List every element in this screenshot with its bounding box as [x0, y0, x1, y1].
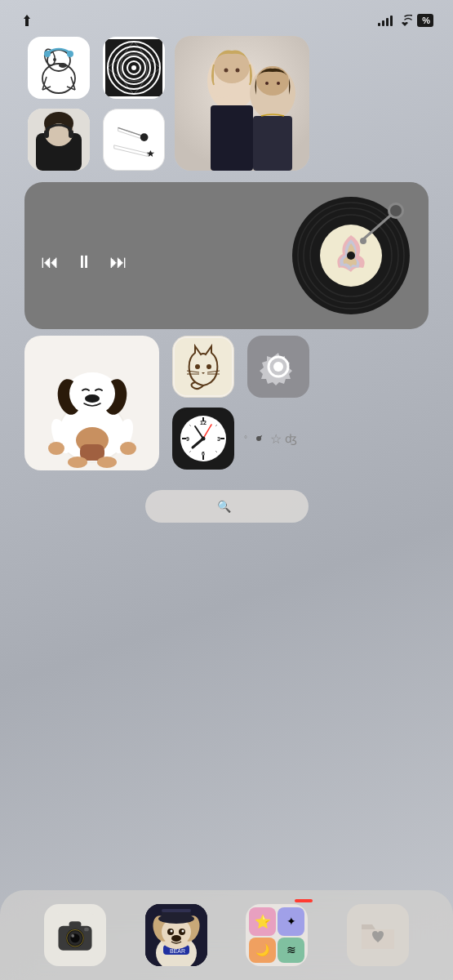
status-icons: % — [378, 14, 433, 27]
svg-point-52 — [69, 372, 115, 415]
svg-point-60 — [97, 457, 117, 468]
notification-badge — [295, 899, 313, 902]
svg-point-116 — [171, 935, 181, 942]
messages-icon — [172, 336, 234, 398]
discord-avatar — [28, 109, 90, 171]
snoopy-plush-svg — [27, 338, 158, 469]
svg-point-71 — [273, 362, 283, 372]
dog-avatar-svg: BEAR — [145, 904, 207, 966]
vinyl-controls: ⏮ ⏸ ⏭ — [41, 252, 290, 273]
svg-point-56 — [48, 442, 64, 455]
svg-rect-34 — [253, 116, 292, 171]
widgetsmith-plush-widget[interactable] — [24, 336, 159, 470]
camera-svg — [52, 912, 98, 958]
svg-point-40 — [347, 252, 355, 260]
decorative-icons: ° ☆ ʤ — [244, 408, 297, 470]
svg-point-115 — [181, 930, 184, 933]
svg-point-13 — [131, 65, 136, 70]
vinyl-info: ⏮ ⏸ ⏭ — [41, 238, 290, 273]
svg-point-96 — [71, 934, 74, 938]
svg-point-21 — [140, 133, 149, 141]
camera-icon — [44, 904, 106, 966]
status-bar: % — [0, 0, 453, 36]
sun-moon-icon — [251, 430, 267, 447]
svg-text:9: 9 — [186, 436, 189, 442]
widgetsmith-photo-widget[interactable] — [175, 36, 309, 171]
svg-point-44 — [360, 238, 366, 244]
clock-app[interactable]: 12 3 6 9 — [169, 408, 238, 473]
tiktok-clips — [106, 112, 162, 167]
spotify-app[interactable] — [24, 37, 93, 102]
battery-icon: % — [417, 14, 433, 27]
spotify-icon — [28, 37, 90, 99]
svg-point-6 — [59, 63, 67, 68]
svg-point-43 — [390, 205, 402, 216]
svg-text:3: 3 — [217, 436, 220, 442]
apps-grid-dock[interactable]: ⭐ ✦ 🌙 ≋ — [246, 904, 308, 966]
spiral-icon — [105, 39, 162, 96]
files-icon — [347, 904, 409, 966]
svg-point-3 — [44, 51, 51, 57]
signal-bars — [378, 15, 393, 26]
discord-app[interactable] — [24, 109, 93, 174]
clock-face-svg: 12 3 6 9 — [175, 410, 232, 467]
svg-text:6: 6 — [202, 451, 205, 457]
svg-rect-20 — [69, 130, 73, 138]
svg-rect-98 — [69, 921, 81, 927]
svg-point-90 — [256, 436, 261, 441]
record-svg — [290, 194, 412, 317]
svg-point-59 — [68, 457, 87, 468]
dog-avatar: BEAR — [145, 904, 207, 966]
svg-point-33 — [277, 82, 280, 85]
files-dock[interactable] — [347, 904, 409, 966]
vinyl-record — [290, 194, 412, 317]
tiktok-icon — [103, 109, 165, 171]
next-button[interactable]: ⏭ — [109, 252, 127, 273]
svg-point-1 — [47, 50, 70, 71]
search-bar[interactable]: 🔍 — [145, 490, 309, 523]
svg-point-4 — [67, 51, 73, 57]
svg-rect-97 — [84, 928, 89, 932]
discord-icon — [28, 109, 90, 171]
prev-button[interactable]: ⏮ — [41, 252, 59, 273]
svg-point-26 — [224, 69, 229, 73]
svg-point-28 — [212, 85, 232, 98]
svg-rect-19 — [44, 130, 49, 138]
svg-point-114 — [170, 930, 172, 933]
svg-text:12: 12 — [200, 420, 207, 425]
location-icon — [23, 15, 31, 26]
dock: BEAR — [0, 890, 453, 980]
dog-photo-dock[interactable]: BEAR — [145, 904, 207, 966]
vinyl-widget[interactable]: ⏮ ⏸ ⏭ — [24, 182, 429, 329]
wifi-icon — [397, 15, 412, 26]
svg-marker-22 — [147, 150, 155, 157]
svg-point-53 — [85, 394, 100, 403]
messages-app[interactable] — [169, 336, 238, 401]
instagram-app[interactable] — [100, 37, 168, 102]
settings-icon — [247, 336, 309, 398]
svg-rect-111 — [162, 909, 191, 912]
svg-point-57 — [120, 442, 136, 455]
svg-rect-61 — [175, 338, 232, 395]
files-svg — [358, 915, 398, 956]
apps-grid-icon: ⭐ ✦ 🌙 ≋ — [246, 904, 308, 966]
clock-icon: 12 3 6 9 — [172, 408, 234, 470]
photo-collage — [175, 36, 309, 171]
svg-point-5 — [53, 58, 56, 61]
snoopy-drawing — [30, 39, 87, 96]
tiktok-app[interactable] — [100, 109, 168, 174]
svg-point-32 — [265, 82, 269, 85]
section-2-grid: 12 3 6 9 — [0, 336, 453, 474]
settings-gear-svg — [250, 338, 307, 395]
camera-dock-item[interactable] — [44, 904, 106, 966]
svg-point-89 — [202, 437, 206, 441]
instagram-icon — [103, 37, 165, 99]
search-icon: 🔍 — [217, 500, 231, 513]
svg-point-0 — [42, 64, 75, 93]
cat-sketch — [175, 338, 232, 395]
svg-point-62 — [195, 364, 200, 369]
svg-point-63 — [207, 364, 211, 369]
pause-button[interactable]: ⏸ — [75, 252, 93, 273]
settings-app[interactable] — [244, 336, 313, 401]
status-time — [20, 15, 31, 26]
